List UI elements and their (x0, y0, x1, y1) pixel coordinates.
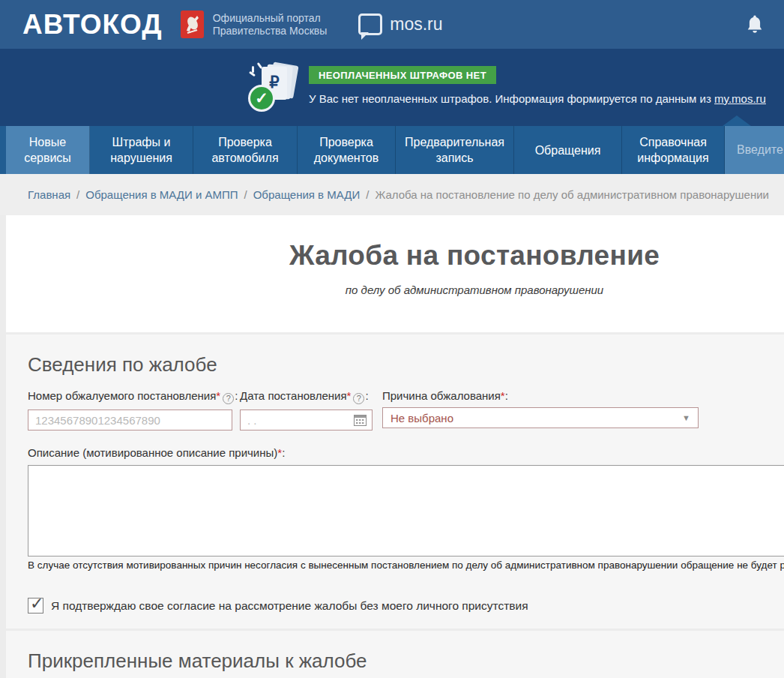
fines-info-text: У Вас нет неоплаченных штрафов. Информац… (309, 92, 766, 105)
tab-fines-violations[interactable]: Штрафы и нарушения (90, 126, 193, 174)
number-field-label: Номер обжалуемого постановления*?: (28, 389, 232, 404)
main-navigation: Новые сервисы Штрафы и нарушения Проверк… (0, 126, 784, 174)
nav-search-input[interactable] (725, 126, 784, 174)
section-title-complaint: Сведения по жалобе (28, 334, 784, 376)
description-hint: В случае отсутствия мотивированных причи… (28, 560, 784, 571)
tab-new-services[interactable]: Новые сервисы (6, 126, 90, 174)
header-bar: АВТОКОД Официальный портал Правительства… (0, 0, 784, 49)
absence-consent-label: Я подтверждаю свое согласие на рассмотре… (51, 599, 528, 613)
tab-documents-check[interactable]: Проверка документов (298, 126, 396, 174)
green-check-icon: ✓ (248, 85, 275, 112)
autocode-logo[interactable]: АВТОКОД (22, 10, 163, 38)
appeal-reason-value: Не выбрано (391, 412, 682, 424)
tab-vehicle-check[interactable]: Проверка автомобиля (193, 126, 298, 174)
fines-status-band: ₽ ✓ НЕОПЛАЧЕННЫХ ШТРАФОВ НЕТ У Вас нет н… (0, 49, 784, 126)
breadcrumb: Главная / Обращения в МАДИ и АМПП / Обра… (0, 174, 784, 215)
nav-search-box (725, 126, 784, 174)
resolution-date-input[interactable] (240, 410, 373, 430)
portal-caption: Официальный портал Правительства Москвы (213, 12, 328, 38)
fines-receipt-icon: ₽ ✓ (250, 64, 296, 110)
mosru-link[interactable]: mos.ru (358, 14, 442, 35)
description-label: Описание (мотивированное описание причин… (28, 446, 784, 459)
chevron-down-icon: ▼ (682, 413, 690, 422)
breadcrumb-current: Жалоба на постановление по делу об админ… (375, 188, 769, 201)
help-icon[interactable]: ? (223, 393, 234, 404)
calendar-icon[interactable] (354, 414, 367, 426)
no-fines-badge: НЕОПЛАЧЕННЫХ ШТРАФОВ НЕТ (309, 66, 496, 84)
appeal-reason-select[interactable]: Не выбрано ▼ (382, 407, 699, 428)
breadcrumb-home[interactable]: Главная (28, 188, 70, 201)
tab-preliminary-appointment[interactable]: Предварительная запись (396, 126, 514, 174)
moscow-coat-of-arms-icon (181, 10, 204, 38)
breadcrumb-madi[interactable]: Обращения в МАДИ (253, 188, 361, 201)
my-mos-ru-link[interactable]: my.mos.ru (714, 92, 766, 105)
reason-field-label: Причина обжалования*: (382, 389, 699, 402)
notification-pointer-triangle (723, 116, 751, 126)
checkmark-icon: ✓ (30, 594, 43, 614)
date-field-label: Дата постановления*?: (240, 389, 373, 404)
resolution-number-input[interactable] (28, 410, 232, 430)
absence-consent-checkbox[interactable]: ✓ (28, 598, 43, 614)
tab-appeals[interactable]: Обращения (514, 126, 622, 174)
complaint-details-panel: Сведения по жалобе Номер обжалуемого пос… (6, 334, 784, 628)
attachments-panel: Прикрепленные материалы к жалобе (6, 631, 784, 678)
help-icon[interactable]: ? (353, 393, 364, 404)
section-title-attachments: Прикрепленные материалы к жалобе (28, 631, 784, 673)
title-card: Жалоба на постановление по делу об админ… (6, 215, 784, 332)
notifications-bell-icon[interactable] (745, 14, 765, 35)
speech-bubble-icon (358, 14, 382, 35)
breadcrumb-madi-ampp[interactable]: Обращения в МАДИ и АМПП (85, 188, 238, 201)
page-subtitle: по делу об административном правонарушен… (6, 284, 784, 296)
tab-reference-info[interactable]: Справочная информация (622, 126, 725, 174)
page-title: Жалоба на постановление (6, 215, 784, 272)
description-textarea[interactable] (28, 465, 784, 556)
